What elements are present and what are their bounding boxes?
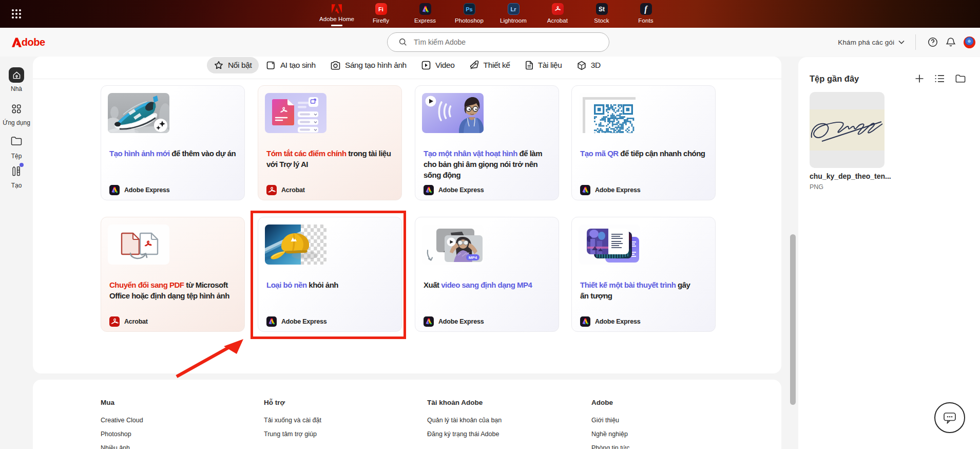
svg-text:dobe: dobe: [22, 38, 45, 47]
svg-text:MP4: MP4: [469, 255, 477, 260]
